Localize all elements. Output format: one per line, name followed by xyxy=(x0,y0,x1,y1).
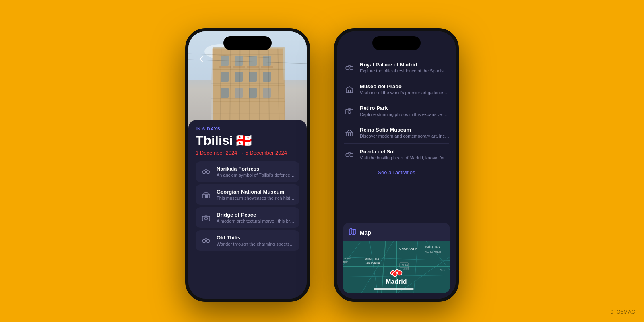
old-tbilisi-desc: Wander through the charming streets of O… xyxy=(217,242,295,246)
svg-rect-16 xyxy=(263,88,271,98)
activity-bridge[interactable]: Bridge of Peace A modern architectural m… xyxy=(196,207,299,228)
svg-rect-38 xyxy=(348,90,349,93)
svg-text:MONCLOA: MONCLOA xyxy=(365,258,379,260)
svg-text:N-30: N-30 xyxy=(402,264,408,267)
svg-rect-39 xyxy=(350,90,351,93)
museum-icon-m1 xyxy=(344,84,355,95)
narikala-desc: An ancient symbol of Tbilisi's defence, … xyxy=(217,173,295,178)
svg-point-27 xyxy=(206,171,210,174)
activity-royal-palace[interactable]: Royal Palace of Madrid Explore the offic… xyxy=(344,57,449,78)
svg-rect-12 xyxy=(263,72,271,82)
svg-rect-8 xyxy=(263,56,271,66)
puerta-sol-name: Puerta del Sol xyxy=(360,149,449,155)
tbilisi-content: IN 6 DAYS Tbilisi 🇬🇪 1 December 2024 → 5… xyxy=(188,120,307,299)
activity-gnm[interactable]: Georgian National Museum This museum sho… xyxy=(196,184,299,205)
svg-point-26 xyxy=(202,171,206,174)
svg-point-46 xyxy=(350,153,353,157)
svg-rect-13 xyxy=(221,88,229,98)
svg-rect-17 xyxy=(219,66,231,68)
retiro-info: Retiro Park Capture stunning photos in t… xyxy=(360,105,449,117)
binoculars-icon-m1 xyxy=(344,62,355,73)
svg-rect-20 xyxy=(261,66,273,68)
svg-text:Lateral: Lateral xyxy=(402,268,409,270)
museum-icon-m2 xyxy=(344,127,355,138)
phone1-screen: IN 6 DAYS Tbilisi 🇬🇪 1 December 2024 → 5… xyxy=(188,31,307,299)
puerta-sol-desc: Visit the bustling heart of Madrid, know… xyxy=(360,155,449,160)
tbilisi-activities-list: Narikala Fortress An ancient symbol of T… xyxy=(196,161,299,253)
activity-puerta-sol[interactable]: Puerta del Sol Visit the bustling heart … xyxy=(344,144,449,165)
svg-rect-44 xyxy=(350,133,351,136)
prado-info: Museo del Prado Visit one of the world's… xyxy=(360,83,449,95)
dynamic-island-1 xyxy=(223,36,272,50)
phone-tbilisi: IN 6 DAYS Tbilisi 🇬🇪 1 December 2024 → 5… xyxy=(185,28,310,302)
madrid-activities-section: Royal Palace of Madrid Explore the offic… xyxy=(337,54,456,223)
svg-point-36 xyxy=(350,66,353,70)
svg-rect-19 xyxy=(247,66,259,68)
phone-madrid: Royal Palace of Madrid Explore the offic… xyxy=(334,28,459,302)
dynamic-island-2 xyxy=(372,36,421,50)
phones-container: IN 6 DAYS Tbilisi 🇬🇪 1 December 2024 → 5… xyxy=(185,20,459,302)
svg-point-76 xyxy=(398,271,402,275)
activity-reina-sofia[interactable]: Reina Sofia Museum Discover modern and c… xyxy=(344,122,449,144)
activity-retiro[interactable]: Retiro Park Capture stunning photos in t… xyxy=(344,100,449,122)
svg-rect-10 xyxy=(235,72,243,82)
svg-text:- ARAVACA: - ARAVACA xyxy=(365,262,380,264)
activity-old-tbilisi[interactable]: Old Tbilisi Wander through the charming … xyxy=(196,230,299,251)
svg-point-33 xyxy=(202,239,206,243)
back-button[interactable] xyxy=(196,54,207,65)
royal-palace-name: Royal Palace of Madrid xyxy=(360,62,449,68)
svg-point-35 xyxy=(346,66,349,70)
svg-text:BARAJAS: BARAJAS xyxy=(425,245,440,249)
map-icon xyxy=(349,227,357,237)
svg-rect-11 xyxy=(249,72,257,82)
svg-rect-79 xyxy=(374,288,414,290)
activity-narikala[interactable]: Narikala Fortress An ancient symbol of T… xyxy=(196,161,299,182)
old-tbilisi-info: Old Tbilisi Wander through the charming … xyxy=(217,235,295,246)
svg-point-32 xyxy=(205,217,208,220)
gnm-info: Georgian National Museum This museum sho… xyxy=(217,189,295,200)
old-tbilisi-name: Old Tbilisi xyxy=(217,235,295,241)
prado-name: Museo del Prado xyxy=(360,83,449,89)
svg-text:CHAMARTÍN: CHAMARTÍN xyxy=(399,247,417,250)
puerta-sol-info: Puerta del Sol Visit the bustling heart … xyxy=(360,149,449,160)
see-all-activities[interactable]: See all activities xyxy=(344,165,449,181)
in-days-label: IN 6 DAYS xyxy=(196,126,299,131)
bridge-name: Bridge of Peace xyxy=(217,212,295,218)
gnm-name: Georgian National Museum xyxy=(217,189,295,195)
date-range: 1 December 2024 → 5 December 2024 xyxy=(196,150,299,156)
royal-palace-info: Royal Palace of Madrid Explore the offic… xyxy=(360,62,449,73)
map-visual: CHAMARTÍN BARAJAS AEROPUERT MONCLOA - AR… xyxy=(343,241,450,293)
bridge-info: Bridge of Peace A modern architectural m… xyxy=(217,212,295,223)
svg-rect-9 xyxy=(221,72,229,82)
narikala-info: Narikala Fortress An ancient symbol of T… xyxy=(217,166,295,178)
map-section[interactable]: Map xyxy=(343,223,450,293)
svg-rect-7 xyxy=(249,56,257,66)
bridge-desc: A modern architectural marvel, this brid… xyxy=(217,219,295,223)
narikala-name: Narikala Fortress xyxy=(217,166,295,172)
svg-rect-14 xyxy=(235,88,243,98)
svg-point-45 xyxy=(346,153,349,157)
camera-icon-m1 xyxy=(344,105,355,117)
museum-icon-1 xyxy=(200,189,212,200)
royal-palace-desc: Explore the official residence of the Sp… xyxy=(360,68,449,73)
svg-rect-15 xyxy=(249,88,257,98)
city-title: Tbilisi 🇬🇪 xyxy=(196,133,299,148)
reina-sofia-info: Reina Sofia Museum Discover modern and c… xyxy=(360,127,449,138)
phone2-screen: Royal Palace of Madrid Explore the offic… xyxy=(337,31,456,299)
binoculars-icon-m2 xyxy=(344,149,355,160)
map-label: Map xyxy=(360,229,371,236)
svg-rect-29 xyxy=(205,195,206,198)
svg-point-77 xyxy=(393,272,397,277)
svg-text:Cosl: Cosl xyxy=(440,269,445,272)
svg-rect-30 xyxy=(206,195,208,198)
activity-prado[interactable]: Museo del Prado Visit one of the world's… xyxy=(344,78,449,100)
watermark: 9TO5MAC xyxy=(611,309,635,315)
binoculars-icon-2 xyxy=(200,235,212,246)
retiro-desc: Capture stunning photos in this expansiv… xyxy=(360,112,449,117)
svg-rect-6 xyxy=(235,56,243,66)
svg-text:Madrid: Madrid xyxy=(386,278,407,285)
map-header: Map xyxy=(343,223,450,241)
svg-text:Pozuelo de: Pozuelo de xyxy=(343,257,353,260)
svg-text:Alarcón: Alarcón xyxy=(343,260,348,263)
binoculars-icon xyxy=(200,166,212,178)
